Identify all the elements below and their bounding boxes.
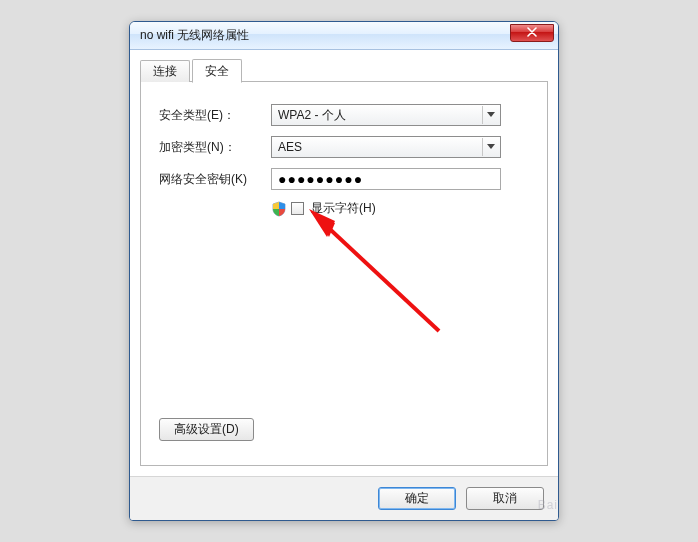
network-key-input[interactable]: ●●●●●●●●●	[271, 168, 501, 190]
advanced-settings-button[interactable]: 高级设置(D)	[159, 418, 254, 441]
client-area: 连接 安全 安全类型(E)： WPA2 - 个人 加密类型(N)： AES	[130, 50, 558, 476]
wifi-properties-dialog: no wifi 无线网络属性 连接 安全 安全类型(E)： WPA2 - 个人	[129, 21, 559, 521]
ok-label: 确定	[405, 490, 429, 507]
row-security-type: 安全类型(E)： WPA2 - 个人	[159, 104, 529, 126]
tab-strip: 连接 安全	[140, 58, 548, 82]
window-title: no wifi 无线网络属性	[140, 27, 249, 44]
show-characters-checkbox[interactable]	[291, 202, 304, 215]
cancel-button[interactable]: 取消	[466, 487, 544, 510]
encryption-type-select[interactable]: AES	[271, 136, 501, 158]
tab-connect-label: 连接	[153, 63, 177, 80]
row-network-key: 网络安全密钥(K) ●●●●●●●●●	[159, 168, 529, 190]
chevron-down-icon	[482, 106, 498, 124]
encryption-type-value: AES	[278, 140, 302, 154]
security-type-label: 安全类型(E)：	[159, 107, 271, 124]
ok-button[interactable]: 确定	[378, 487, 456, 510]
tab-connect[interactable]: 连接	[140, 60, 190, 82]
network-key-masked: ●●●●●●●●●	[278, 171, 363, 187]
titlebar[interactable]: no wifi 无线网络属性	[130, 22, 558, 50]
cancel-label: 取消	[493, 490, 517, 507]
show-characters-label: 显示字符(H)	[311, 200, 376, 217]
row-encryption-type: 加密类型(N)： AES	[159, 136, 529, 158]
close-button[interactable]	[510, 24, 554, 42]
uac-shield-icon	[271, 201, 287, 217]
security-type-value: WPA2 - 个人	[278, 107, 346, 124]
security-type-select[interactable]: WPA2 - 个人	[271, 104, 501, 126]
chevron-down-icon	[482, 138, 498, 156]
row-show-characters: 显示字符(H)	[271, 200, 529, 217]
tab-content-security: 安全类型(E)： WPA2 - 个人 加密类型(N)： AES	[140, 82, 548, 466]
encryption-type-label: 加密类型(N)：	[159, 139, 271, 156]
watermark: Bai	[538, 498, 558, 512]
dialog-button-bar: 确定 取消	[130, 476, 558, 520]
advanced-settings-label: 高级设置(D)	[174, 421, 239, 438]
close-icon	[527, 27, 537, 39]
network-key-label: 网络安全密钥(K)	[159, 171, 271, 188]
tab-security[interactable]: 安全	[192, 59, 242, 83]
tab-security-label: 安全	[205, 63, 229, 80]
